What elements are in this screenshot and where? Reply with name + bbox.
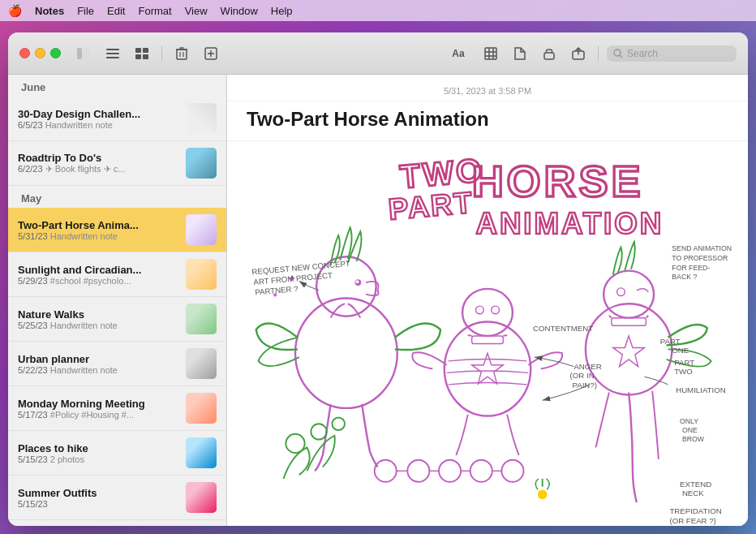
may-header: May bbox=[8, 186, 226, 208]
svg-text:PART: PART bbox=[674, 358, 694, 367]
svg-point-44 bbox=[617, 288, 625, 296]
menu-help[interactable]: Help bbox=[271, 5, 293, 17]
table-button[interactable] bbox=[479, 43, 502, 64]
note-sketch: TWO PART HORSE ANIMATION bbox=[227, 141, 748, 526]
sidebar-toggle-button[interactable] bbox=[72, 43, 95, 64]
svg-text:PART: PART bbox=[387, 186, 475, 226]
note-item-title: Two-Part Horse Anima... bbox=[18, 219, 179, 231]
note-item-meta: 5/22/23 Handwritten note bbox=[18, 365, 179, 375]
apple-menu[interactable]: 🍎 bbox=[8, 4, 22, 17]
list-item[interactable]: Summer Outfits5/15/23 bbox=[8, 476, 226, 520]
svg-point-24 bbox=[614, 50, 621, 56]
minimize-button[interactable] bbox=[35, 48, 45, 58]
notes-list: 30-Day Design Challen...6/5/23 Handwritt… bbox=[8, 97, 226, 526]
svg-text:TO PROFESSOR: TO PROFESSOR bbox=[672, 254, 728, 262]
june-header: June bbox=[8, 75, 226, 97]
list-item[interactable]: 30-Day Design Challen...6/5/23 Handwritt… bbox=[8, 97, 226, 141]
svg-text:HORSE: HORSE bbox=[472, 157, 644, 205]
lock-button[interactable] bbox=[538, 43, 561, 64]
delete-button[interactable] bbox=[170, 43, 193, 64]
note-item-meta: 5/25/23 Handwritten note bbox=[18, 321, 179, 330]
svg-text:PAIN?): PAIN?) bbox=[572, 381, 596, 390]
svg-rect-40 bbox=[472, 336, 504, 344]
svg-rect-8 bbox=[143, 54, 148, 59]
svg-point-52 bbox=[407, 460, 429, 482]
svg-text:FOR FEED-: FOR FEED- bbox=[672, 264, 710, 272]
svg-rect-7 bbox=[135, 54, 141, 59]
list-item[interactable]: Places to hike5/15/23 2 photos bbox=[8, 431, 226, 476]
sidebar: June 30-Day Design Challen...6/5/23 Hand… bbox=[8, 75, 227, 526]
svg-point-30 bbox=[295, 298, 397, 407]
note-item-title: Places to hike bbox=[18, 442, 179, 454]
svg-point-43 bbox=[604, 271, 654, 318]
note-item-meta: 5/17/23 #Policy #Housing #... bbox=[18, 410, 179, 420]
svg-point-49 bbox=[332, 418, 344, 430]
svg-text:ANIMATION: ANIMATION bbox=[475, 207, 664, 240]
traffic-lights bbox=[19, 48, 61, 58]
list-view-button[interactable] bbox=[101, 43, 124, 64]
attachment-button[interactable] bbox=[509, 43, 531, 64]
new-note-button[interactable] bbox=[200, 43, 222, 64]
svg-point-37 bbox=[462, 289, 513, 336]
list-item[interactable]: Nature Walks5/25/23 Handwritten note bbox=[8, 297, 226, 342]
svg-rect-2 bbox=[106, 49, 119, 50]
separator-2 bbox=[598, 46, 599, 61]
svg-text:CONTENTMENT: CONTENTMENT bbox=[533, 324, 593, 333]
svg-text:HUMILIATION: HUMILIATION bbox=[676, 385, 726, 394]
note-item-title: Roadtrip To Do's bbox=[18, 152, 179, 164]
list-item[interactable]: Monday Morning Meeting5/17/23 #Policy #H… bbox=[8, 386, 226, 431]
svg-text:SEND ANIMATION: SEND ANIMATION bbox=[672, 244, 732, 252]
svg-text:EXTEND: EXTEND bbox=[680, 480, 711, 489]
svg-point-56 bbox=[470, 460, 492, 482]
menu-notes[interactable]: Notes bbox=[35, 5, 64, 17]
svg-rect-6 bbox=[143, 48, 148, 53]
note-timestamp: 5/31, 2023 at 3:58 PM bbox=[227, 75, 748, 101]
menu-edit[interactable]: Edit bbox=[107, 5, 125, 17]
note-body: TWO PART HORSE ANIMATION bbox=[227, 141, 748, 526]
svg-point-59 bbox=[538, 490, 548, 500]
note-thumbnail bbox=[186, 148, 217, 179]
note-item-title: Sunlight and Circadian... bbox=[18, 264, 179, 276]
close-button[interactable] bbox=[19, 48, 30, 58]
gallery-view-button[interactable] bbox=[131, 43, 153, 64]
list-item[interactable]: Two-Part Horse Anima...5/31/23 Handwritt… bbox=[8, 208, 226, 252]
svg-line-25 bbox=[620, 55, 622, 58]
content-area: June 30-Day Design Challen...6/5/23 Hand… bbox=[8, 75, 748, 526]
note-thumbnail bbox=[186, 348, 217, 379]
svg-text:TWO: TWO bbox=[674, 367, 693, 376]
svg-point-58 bbox=[501, 460, 523, 482]
note-item-meta: 5/15/23 bbox=[18, 499, 179, 509]
svg-text:ONE: ONE bbox=[672, 346, 689, 355]
note-item-meta: 5/15/23 2 photos bbox=[18, 454, 179, 464]
svg-rect-45 bbox=[612, 318, 646, 326]
format-button[interactable]: Aa bbox=[444, 43, 473, 64]
svg-text:ONLY: ONLY bbox=[680, 417, 698, 425]
menu-view[interactable]: View bbox=[185, 5, 208, 17]
svg-rect-4 bbox=[106, 57, 119, 58]
note-thumbnail bbox=[186, 393, 217, 424]
search-input[interactable] bbox=[627, 48, 724, 59]
svg-rect-3 bbox=[106, 53, 119, 54]
note-thumbnail bbox=[186, 214, 217, 245]
menu-file[interactable]: File bbox=[77, 5, 94, 17]
menu-window[interactable]: Window bbox=[221, 5, 258, 17]
note-thumbnail bbox=[186, 259, 217, 290]
list-item[interactable]: Roadtrip To Do's6/2/23 ✈ Book flights ✈ … bbox=[8, 141, 226, 186]
menu-format[interactable]: Format bbox=[138, 5, 171, 17]
note-item-meta: 5/29/23 #school #psycholo... bbox=[18, 276, 179, 286]
note-item-meta: 6/5/23 Handwritten note bbox=[18, 120, 179, 130]
search-bar[interactable] bbox=[607, 45, 737, 62]
svg-text:ANGER: ANGER bbox=[573, 362, 601, 371]
note-thumbnail bbox=[186, 482, 217, 513]
note-title: Two-Part Horse Animation bbox=[227, 101, 748, 141]
maximize-button[interactable] bbox=[50, 48, 61, 58]
note-item-meta: 6/2/23 ✈ Book flights ✈ c... bbox=[18, 164, 179, 174]
svg-text:PART: PART bbox=[660, 337, 681, 346]
list-item[interactable]: Sunlight and Circadian...5/29/23 #school… bbox=[8, 252, 226, 297]
svg-rect-0 bbox=[77, 48, 82, 59]
list-item[interactable]: Urban planner5/22/23 Handwritten note bbox=[8, 342, 226, 386]
note-item-title: Monday Morning Meeting bbox=[18, 398, 179, 410]
share-button[interactable] bbox=[567, 43, 590, 64]
note-item-title: Nature Walks bbox=[18, 308, 179, 321]
svg-text:ONE: ONE bbox=[682, 426, 698, 434]
